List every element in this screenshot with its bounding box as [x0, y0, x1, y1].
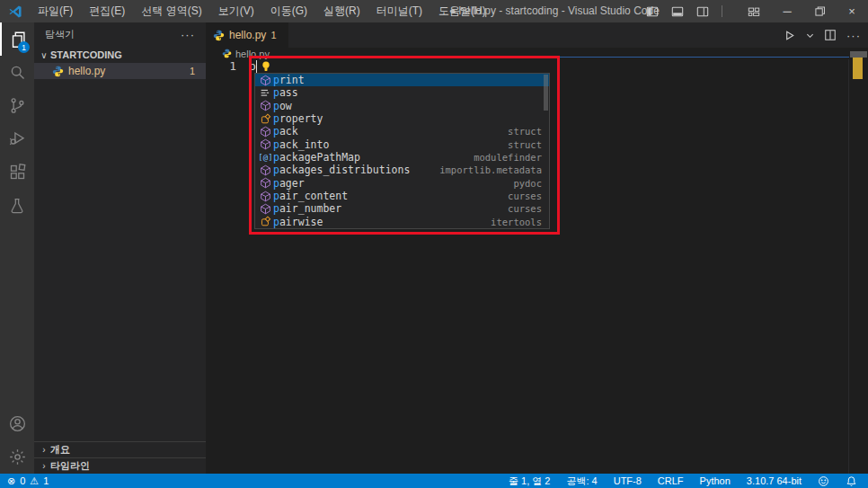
- testing-icon[interactable]: [0, 189, 34, 222]
- editor-actions: ···: [783, 22, 861, 48]
- toggle-panel-icon[interactable]: [671, 5, 684, 18]
- suggest-item-packages_distributions[interactable]: packages_distributionsimportlib.metadata: [255, 164, 549, 176]
- suggest-detail: struct: [508, 139, 546, 150]
- menu-item[interactable]: 보기(V): [210, 0, 262, 22]
- run-debug-icon[interactable]: [0, 122, 34, 155]
- menu-bar: 파일(F)편집(E)선택 영역(S)보기(V)이동(G)실행(R)터미널(T)도…: [30, 0, 494, 22]
- toggle-secondary-sidebar-icon[interactable]: [696, 5, 709, 18]
- tab-bar: hello.py 1 ···: [206, 22, 868, 48]
- run-dropdown-chevron-icon[interactable]: [806, 31, 814, 40]
- tab-hello-py[interactable]: hello.py 1: [206, 22, 288, 48]
- class-icon: [258, 113, 273, 125]
- sidebar-more-actions[interactable]: ···: [181, 28, 195, 41]
- account-icon[interactable]: [0, 407, 34, 440]
- suggest-label: pack: [273, 125, 508, 138]
- activity-bar: 1: [0, 22, 34, 474]
- source-control-icon[interactable]: [0, 89, 34, 122]
- customize-layout-icon[interactable]: [748, 5, 760, 18]
- overview-warning-marker: [853, 58, 863, 79]
- explorer-sidebar: 탐색기 ··· ∨ STARTCODING hello.py 1 › 개요 › …: [34, 22, 206, 474]
- suggest-item-pair_number[interactable]: pair_numbercurses: [255, 202, 549, 215]
- tab-problem-badge: 1: [270, 30, 276, 40]
- lightbulb-icon[interactable]: [260, 60, 272, 73]
- suggest-item-pack_into[interactable]: pack_intostruct: [255, 138, 549, 151]
- menu-item[interactable]: 파일(F): [30, 0, 81, 22]
- suggest-item-print[interactable]: print: [255, 74, 549, 86]
- explorer-badge: 1: [18, 41, 30, 53]
- suggest-detail: curses: [508, 203, 546, 214]
- method-icon: [258, 203, 273, 215]
- toggle-sidebar-icon[interactable]: [646, 5, 659, 18]
- status-right: 줄 1, 열 2공백: 4UTF-8CRLFPython3.10.7 64-bi…: [509, 475, 868, 488]
- split-editor-icon[interactable]: [824, 29, 837, 41]
- status-cursor-position[interactable]: 줄 1, 열 2: [509, 475, 550, 488]
- suggest-item-packagePathMap[interactable]: [@]packagePathMapmodulefinder: [255, 151, 549, 164]
- file-item-hello-py[interactable]: hello.py 1: [34, 63, 206, 79]
- tab-label: hello.py: [229, 29, 266, 41]
- menu-item[interactable]: 편집(E): [81, 0, 133, 22]
- search-icon[interactable]: [0, 56, 34, 89]
- status-language[interactable]: Python: [700, 475, 731, 486]
- menu-item[interactable]: 터미널(T): [368, 0, 430, 22]
- suggest-label: print: [273, 74, 542, 86]
- suggest-detail: curses: [508, 191, 546, 201]
- suggest-label: pair_content: [273, 190, 508, 202]
- text-cursor: [256, 60, 258, 74]
- current-line-border: [249, 57, 849, 58]
- menu-item[interactable]: 실행(R): [315, 0, 368, 22]
- restore-button[interactable]: [803, 0, 836, 22]
- keyword-icon: [258, 87, 273, 99]
- explorer-icon[interactable]: 1: [0, 22, 34, 56]
- errors-icon: ⊗: [7, 475, 15, 487]
- titlebar-separator: [722, 5, 722, 17]
- file-name: hello.py: [68, 65, 190, 77]
- status-encoding[interactable]: UTF-8: [614, 475, 642, 486]
- timeline-panel[interactable]: › 타임라인: [34, 457, 206, 474]
- suggest-item-pairwise[interactable]: pairwiseitertools: [255, 216, 549, 228]
- suggest-label: pair_number: [273, 202, 508, 215]
- more-actions-icon[interactable]: ···: [846, 29, 861, 42]
- close-button[interactable]: ×: [836, 0, 868, 22]
- sidebar-title: 탐색기: [45, 28, 181, 41]
- suggest-item-pack[interactable]: packstruct: [255, 125, 549, 138]
- menu-item[interactable]: 선택 영역(S): [133, 0, 209, 22]
- code-text: p: [249, 59, 257, 74]
- breadcrumb[interactable]: hello.py: [206, 48, 868, 59]
- menu-item[interactable]: 이동(G): [262, 0, 315, 22]
- settings-gear-icon[interactable]: [0, 440, 34, 474]
- feedback-smiley-icon[interactable]: [818, 475, 829, 487]
- suggest-scrollbar[interactable]: [544, 75, 548, 111]
- method-icon: [258, 177, 273, 189]
- folder-startcoding[interactable]: ∨ STARTCODING: [34, 47, 206, 63]
- sidebar-bottom-panels: › 개요 › 타임라인: [34, 441, 206, 474]
- vscode-logo-icon: [8, 4, 22, 19]
- file-problem-badge: 1: [190, 66, 195, 76]
- status-bar: ⊗ 0 ⚠ 1 줄 1, 열 2공백: 4UTF-8CRLFPython3.10…: [0, 474, 868, 488]
- status-interpreter[interactable]: 3.10.7 64-bit: [747, 475, 802, 486]
- status-eol[interactable]: CRLF: [658, 475, 684, 486]
- suggest-label: pairwise: [273, 216, 491, 228]
- run-button[interactable]: [783, 29, 796, 42]
- problems-status[interactable]: ⊗ 0 ⚠ 1: [0, 475, 49, 487]
- workbench: 1 탐색기 ··· ∨: [0, 22, 868, 474]
- minimize-button[interactable]: ─: [771, 0, 803, 22]
- code-area[interactable]: 1 p printpasspowpropertypackstructpack_i…: [206, 59, 868, 474]
- suggest-item-pass[interactable]: pass: [255, 86, 549, 99]
- method-icon: [258, 164, 273, 176]
- suggest-item-pair_content[interactable]: pair_contentcurses: [255, 190, 549, 202]
- method-icon: [258, 138, 273, 150]
- suggest-label: packages_distributions: [273, 164, 439, 176]
- suggest-widget: printpasspowpropertypackstructpack_intos…: [254, 73, 550, 229]
- extensions-icon[interactable]: [0, 155, 34, 189]
- suggest-item-pow[interactable]: pow: [255, 100, 549, 112]
- python-file-icon: [213, 30, 225, 41]
- warnings-icon: ⚠: [30, 475, 39, 487]
- notifications-bell-icon[interactable]: [846, 475, 857, 487]
- suggest-item-property[interactable]: property: [255, 112, 549, 125]
- suggest-item-pager[interactable]: pagerpydoc: [255, 177, 549, 190]
- title-bar: 파일(F)편집(E)선택 영역(S)보기(V)이동(G)실행(R)터미널(T)도…: [0, 0, 868, 22]
- minimap-slider[interactable]: [850, 51, 867, 58]
- outline-panel[interactable]: › 개요: [34, 441, 206, 457]
- status-indentation[interactable]: 공백: 4: [566, 475, 597, 488]
- suggest-label: packagePathMap: [273, 151, 474, 164]
